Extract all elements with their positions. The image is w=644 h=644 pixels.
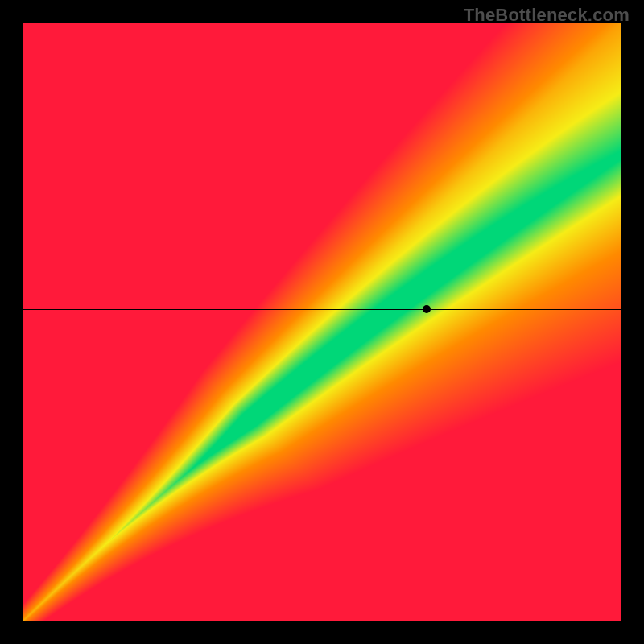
crosshair-vertical xyxy=(427,23,427,621)
heatmap-canvas xyxy=(23,23,621,621)
chart-container: TheBottleneck.com xyxy=(0,0,644,644)
marker-dot xyxy=(423,305,431,313)
crosshair-horizontal xyxy=(23,309,621,310)
watermark-text: TheBottleneck.com xyxy=(464,5,630,26)
